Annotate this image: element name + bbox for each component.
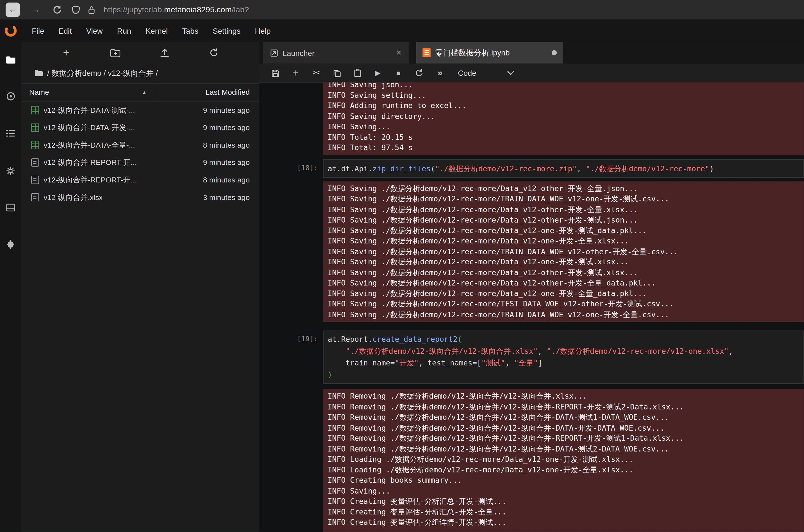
file-browser-tab[interactable] bbox=[0, 52, 21, 68]
address-bar[interactable]: https://jupyterlab.metanoia8295.com/lab? bbox=[104, 5, 249, 14]
running-kernels-tab[interactable] bbox=[0, 89, 21, 104]
file-row[interactable]: v12-纵向合并.xlsx 3 minutes ago bbox=[21, 189, 259, 206]
cell-type-value: Code bbox=[458, 69, 476, 77]
code-editor[interactable]: at.dt.Api.zip_dir_files("./数据分析demo/v12-… bbox=[323, 159, 804, 177]
paste-cells-button[interactable] bbox=[347, 65, 368, 81]
refresh-icon bbox=[209, 48, 219, 57]
output-line: INFO Saving directory... bbox=[328, 111, 804, 121]
file-name: v12-纵向合并-REPORT-开... bbox=[43, 158, 168, 167]
file-type-icon bbox=[31, 176, 39, 184]
output-line: INFO Removing ./数据分析demo/v12-纵向合并/v12-纵向… bbox=[328, 391, 804, 402]
url-domain: metanoia8295.com bbox=[164, 5, 232, 14]
tab-launcher[interactable]: Launcher × bbox=[263, 42, 409, 63]
refresh-icon bbox=[52, 5, 62, 15]
plus-icon: + bbox=[293, 67, 299, 79]
output-line: INFO Total: 20.15 s bbox=[328, 132, 804, 142]
file-modified: 3 minutes ago bbox=[168, 193, 259, 202]
sidebar-panel-tab[interactable] bbox=[0, 200, 21, 215]
restart-run-all-button[interactable]: » bbox=[429, 65, 450, 81]
browser-back-button[interactable]: ← bbox=[5, 2, 20, 17]
file-list-header: Name ▲ Last Modified bbox=[21, 83, 259, 101]
code-cell[interactable]: [19]: at.Report.create_data_report2( "./… bbox=[259, 330, 804, 384]
browser-forward-button[interactable]: → bbox=[29, 2, 43, 17]
copy-icon bbox=[333, 69, 341, 77]
menu-item[interactable]: Kernel bbox=[138, 19, 175, 42]
menu-item[interactable]: Run bbox=[110, 19, 138, 42]
new-folder-button[interactable] bbox=[108, 45, 123, 60]
file-row[interactable]: v12-纵向合并-DATA-开发-... 9 minutes ago bbox=[21, 119, 259, 136]
file-name: v12-纵向合并.xlsx bbox=[43, 192, 168, 202]
output-line: INFO Saving... bbox=[328, 486, 804, 496]
column-header-modified[interactable]: Last Modified bbox=[154, 88, 259, 96]
refresh-file-list-button[interactable] bbox=[206, 45, 222, 60]
site-security-button[interactable] bbox=[88, 5, 96, 14]
output-line: INFO Removing ./数据分析demo/v12-纵向合并/v12-纵向… bbox=[328, 443, 804, 454]
output-line: INFO Saving ./数据分析demo/v12-rec-more/Data… bbox=[328, 183, 804, 194]
close-tab-icon[interactable]: × bbox=[394, 48, 404, 58]
output-line: INFO Saving ./数据分析demo/v12-rec-more/Data… bbox=[328, 267, 804, 278]
file-type-icon bbox=[31, 158, 39, 167]
unsaved-changes-dot[interactable] bbox=[552, 50, 557, 55]
output-line: INFO Saving setting... bbox=[328, 90, 804, 100]
file-row[interactable]: v12-纵向合并-REPORT-开... 8 minutes ago bbox=[21, 171, 259, 189]
file-type-icon bbox=[31, 124, 39, 131]
file-modified: 9 minutes ago bbox=[168, 124, 259, 131]
cell-type-dropdown[interactable]: Code bbox=[458, 69, 476, 77]
puzzle-icon bbox=[5, 240, 15, 249]
shield-icon bbox=[71, 5, 80, 15]
folder-icon bbox=[34, 70, 43, 77]
file-row[interactable]: v12-纵向合并-REPORT-开... 9 minutes ago bbox=[21, 154, 259, 171]
menu-item[interactable]: View bbox=[79, 19, 110, 42]
file-modified: 8 minutes ago bbox=[168, 176, 259, 184]
tab-label: 零门槛数据分析.ipynb bbox=[435, 48, 552, 58]
run-cell-button[interactable]: ▶ bbox=[368, 65, 388, 81]
extension-manager-tab[interactable] bbox=[0, 237, 21, 252]
menu-item[interactable]: File bbox=[24, 19, 51, 42]
new-folder-icon bbox=[110, 49, 121, 57]
menu-item[interactable]: Tabs bbox=[175, 19, 206, 42]
notebook-icon bbox=[423, 48, 431, 57]
sort-ascending-icon: ▲ bbox=[142, 90, 147, 95]
save-button[interactable] bbox=[265, 65, 286, 81]
file-row[interactable]: v12-纵向合并-DATA-测试-... 9 minutes ago bbox=[21, 101, 259, 119]
stderr-output: INFO Saving ./数据分析demo/v12-rec-more/Data… bbox=[323, 181, 804, 322]
cut-cells-button[interactable]: ✂ bbox=[306, 65, 326, 81]
restart-kernel-button[interactable] bbox=[409, 65, 429, 81]
jupyterlab-menubar: FileEditViewRunKernelTabsSettingsHelp bbox=[0, 19, 804, 42]
menu-item[interactable]: Settings bbox=[206, 19, 248, 42]
output-prompt-gutter bbox=[259, 181, 323, 322]
breadcrumb[interactable]: / 数据分析demo / v12-纵向合并 / bbox=[21, 63, 259, 83]
interrupt-kernel-button[interactable]: ■ bbox=[388, 65, 409, 81]
panel-icon bbox=[6, 203, 15, 211]
table-of-contents-tab[interactable] bbox=[0, 126, 21, 141]
property-inspector-tab[interactable] bbox=[0, 163, 21, 178]
output-line: INFO Creating 变量评估-分组详情-开发-测试... bbox=[328, 517, 804, 528]
file-row[interactable]: v12-纵向合并-DATA-全量-... 8 minutes ago bbox=[21, 136, 259, 154]
file-type-icon bbox=[31, 193, 39, 202]
file-name: v12-纵向合并-DATA-开发-... bbox=[43, 123, 168, 133]
notebook-toolbar: + ✂ ▶ ■ bbox=[259, 63, 804, 83]
file-browser-panel: + / 数据分析demo / bbox=[21, 42, 259, 532]
code-editor[interactable]: at.Report.create_data_report2( "./数据分析de… bbox=[323, 330, 804, 384]
gears-icon bbox=[5, 166, 15, 175]
new-launcher-button[interactable]: + bbox=[58, 45, 74, 60]
chevron-down-icon[interactable] bbox=[507, 71, 514, 75]
output-line: INFO Saving ./数据分析demo/v12-rec-more/Data… bbox=[328, 257, 804, 267]
output-line: INFO Saving ./数据分析demo/v12-rec-more/Data… bbox=[328, 215, 804, 225]
upload-button[interactable] bbox=[157, 45, 172, 60]
menu-item[interactable]: Help bbox=[248, 19, 278, 42]
copy-cells-button[interactable] bbox=[326, 65, 347, 81]
file-name: v12-纵向合并-REPORT-开... bbox=[43, 175, 168, 185]
output-line: INFO Saving json... bbox=[328, 82, 804, 90]
browser-refresh-button[interactable] bbox=[52, 5, 62, 15]
tab-notebook-active[interactable]: 零门槛数据分析.ipynb bbox=[416, 42, 563, 63]
file-modified: 9 minutes ago bbox=[168, 106, 259, 114]
column-header-name[interactable]: Name ▲ bbox=[21, 83, 154, 101]
menu-item[interactable]: Edit bbox=[51, 19, 79, 42]
code-cell[interactable]: [18]: at.dt.Api.zip_dir_files("./数据分析dem… bbox=[259, 159, 804, 177]
insert-cell-button[interactable]: + bbox=[286, 65, 306, 81]
notebook-scroll-area[interactable]: INFO Saving json...INFO Saving setting..… bbox=[259, 82, 804, 532]
browser-shield-button[interactable] bbox=[71, 5, 80, 15]
output-line: INFO Saving ./数据分析demo/v12-rec-more/Data… bbox=[328, 225, 804, 236]
output-area: INFO Removing ./数据分析demo/v12-纵向合并/v12-纵向… bbox=[259, 389, 804, 532]
